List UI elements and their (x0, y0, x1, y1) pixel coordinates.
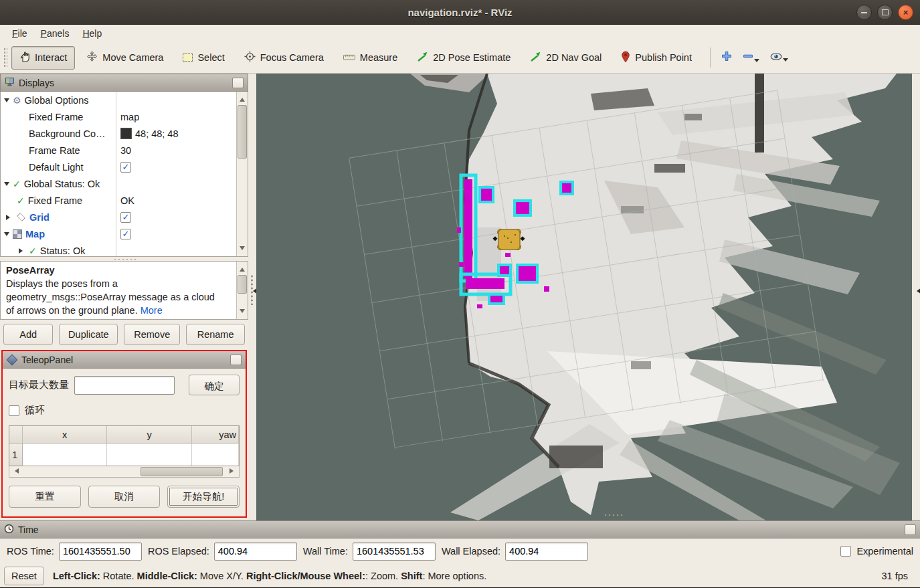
maximize-button[interactable] (877, 5, 893, 20)
tree-scrollbar[interactable] (236, 92, 248, 256)
ros-time-input[interactable] (59, 543, 142, 561)
close-button[interactable]: × (898, 5, 913, 20)
interact-tool[interactable]: Interact (11, 46, 75, 70)
table-corner-cell (9, 426, 23, 444)
menu-file[interactable]: File (5, 26, 34, 41)
checkbox-checked[interactable]: ✓ (120, 162, 131, 173)
menu-help[interactable]: Help (76, 26, 108, 41)
expander-open-icon[interactable] (4, 232, 9, 239)
time-panel-header[interactable]: Time (0, 520, 920, 538)
minus-icon (743, 51, 753, 64)
ros-elapsed-input[interactable] (214, 543, 297, 561)
table-cell-yaw[interactable] (192, 444, 239, 466)
duplicate-button[interactable]: Duplicate (59, 324, 118, 345)
visibility-tool-button[interactable] (766, 49, 792, 66)
wall-time-input[interactable] (353, 543, 436, 561)
remove-button[interactable]: Remove (124, 324, 180, 345)
select-tool[interactable]: Select (175, 47, 232, 68)
main-area: Displays ⚙Global Options Fixed Frame map… (0, 74, 920, 520)
scroll-up-icon[interactable] (240, 265, 245, 272)
checkbox-checked[interactable]: ✓ (120, 229, 131, 239)
experimental-checkbox[interactable] (840, 546, 851, 557)
panel-float-button[interactable] (905, 524, 916, 535)
expander-closed-icon[interactable] (19, 248, 25, 254)
reset-goals-button[interactable]: 重置 (9, 486, 81, 508)
teleop-panel-title: TeleopPanel (21, 355, 73, 365)
scrollbar-thumb[interactable] (238, 105, 247, 159)
tree-row-map[interactable]: Map ✓ (1, 225, 236, 242)
rename-button[interactable]: Rename (186, 324, 245, 345)
move-camera-tool[interactable]: Move Camera (78, 45, 171, 70)
tree-row-global-status[interactable]: ✓Global Status: Ok (1, 175, 236, 192)
start-navigation-button[interactable]: 开始导航! (167, 486, 240, 508)
tree-row-default-light[interactable]: Default Light ✓ (1, 159, 236, 175)
focus-camera-tool[interactable]: Focus Camera (236, 45, 332, 70)
display-buttons-row: Add Duplicate Remove Rename (0, 320, 248, 349)
tree-row-grid[interactable]: Grid ✓ (1, 209, 236, 225)
column-header-y[interactable]: y (107, 426, 192, 444)
title-bar[interactable]: navigation.rviz* - RViz × (0, 0, 920, 25)
table-cell-x[interactable] (23, 444, 107, 466)
teleop-panel-header[interactable]: TeleopPanel (3, 351, 246, 369)
publish-point-tool[interactable]: Publish Point (613, 45, 700, 70)
table-cell-y[interactable] (107, 444, 192, 466)
displays-panel-header[interactable]: Displays (0, 74, 248, 92)
minimize-button[interactable] (856, 5, 872, 20)
ros-time-label: ROS Time: (7, 546, 54, 557)
scrollbar-thumb[interactable] (238, 275, 247, 294)
table-horizontal-scrollbar[interactable] (9, 466, 240, 478)
tree-row-map-status[interactable]: ✓Status: Ok (1, 242, 236, 257)
render-viewport[interactable] (256, 74, 912, 520)
expander-closed-icon[interactable] (6, 215, 13, 220)
panel-float-button[interactable] (230, 355, 242, 365)
scroll-up-icon[interactable] (240, 95, 245, 102)
add-tool-button[interactable] (717, 48, 736, 67)
description-scrollbar[interactable] (236, 262, 248, 319)
wall-elapsed-input[interactable] (505, 543, 588, 561)
confirm-button[interactable]: 确定 (189, 375, 240, 395)
more-link[interactable]: More (141, 305, 163, 316)
panel-viewport-splitter[interactable] (248, 74, 256, 520)
scroll-left-icon[interactable] (12, 468, 19, 474)
tree-row-global-options[interactable]: ⚙Global Options (1, 92, 236, 108)
max-goal-input[interactable] (74, 376, 175, 395)
chevron-down-icon (754, 59, 759, 65)
tree-row-fixed-frame-status[interactable]: ✓Fixed Frame OK (1, 192, 236, 209)
scrollbar-thumb[interactable] (141, 467, 223, 476)
expander-open-icon[interactable] (4, 182, 9, 189)
tree-row-fixed-frame[interactable]: Fixed Frame map (1, 108, 236, 125)
interact-label: Interact (35, 52, 67, 63)
reset-button[interactable]: Reset (4, 567, 44, 585)
frame-rate-value[interactable]: 30 (120, 145, 131, 156)
toolbar-separator (710, 47, 711, 68)
panel-float-button[interactable] (232, 78, 244, 88)
toolbar-grip[interactable] (3, 47, 7, 68)
scroll-down-icon[interactable] (240, 246, 245, 253)
tree-row-frame-rate[interactable]: Frame Rate 30 (1, 142, 236, 159)
remove-tool-button[interactable] (739, 48, 763, 67)
expander-open-icon[interactable] (4, 98, 9, 105)
scroll-down-icon[interactable] (240, 309, 245, 316)
collapse-left-icon[interactable] (913, 288, 920, 294)
pose-estimate-tool[interactable]: 2D Pose Estimate (409, 45, 519, 70)
nav-goal-tool[interactable]: 2D Nav Goal (522, 45, 610, 70)
map-canvas[interactable] (256, 74, 912, 520)
description-line: of arrows on the ground plane. More (6, 304, 231, 317)
add-button[interactable]: Add (3, 324, 53, 345)
rviz-window: navigation.rviz* - RViz × File Panels He… (0, 0, 920, 588)
map-display-icon (13, 229, 22, 239)
right-collapse-strip[interactable] (912, 74, 920, 520)
menu-panels[interactable]: Panels (34, 26, 76, 41)
row-header[interactable]: 1 (9, 444, 23, 466)
column-header-x[interactable]: x (23, 426, 107, 444)
checkbox-checked[interactable]: ✓ (120, 212, 131, 223)
column-header-yaw[interactable]: yaw (192, 426, 239, 444)
tree-row-background-color[interactable]: Background Co… 48; 48; 48 (1, 125, 236, 142)
fixed-frame-value[interactable]: map (120, 112, 139, 122)
loop-checkbox[interactable] (9, 405, 19, 416)
color-swatch[interactable] (120, 128, 132, 139)
cancel-button[interactable]: 取消 (88, 486, 161, 508)
background-color-value[interactable]: 48; 48; 48 (135, 128, 179, 139)
measure-tool[interactable]: Measure (335, 47, 405, 68)
scroll-right-icon[interactable] (229, 468, 236, 474)
